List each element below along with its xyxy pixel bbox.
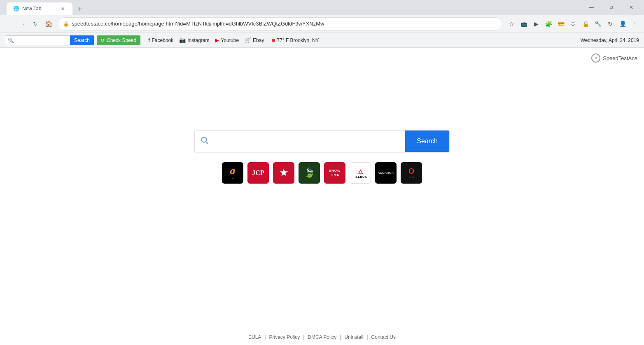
shortcut-showtime[interactable]: SHOWTIME [324, 162, 345, 184]
privacy-link[interactable]: Privacy Policy [269, 334, 300, 340]
refresh-button[interactable]: ↻ [30, 18, 41, 30]
shortcut-reebok[interactable]: △ REEBOK [350, 162, 371, 184]
ebay-label: Ebay [253, 37, 264, 43]
macys-star-icon: ★ [280, 168, 288, 178]
shortcuts-row: a ⌣ JCP ★ 🍃 SHOWTIME △ REEBOK [222, 162, 422, 184]
amazon-smile-icon: ⌣ [232, 176, 234, 180]
svg-line-1 [206, 142, 208, 144]
browser-toolbar: ← → ↻ 🏠 🔒 ☆ 📺 ▶ 🧩 💳 🛡 🔒 🔧 ↻ 👤 ⋮ [0, 15, 644, 33]
security-icon: 🔒 [63, 21, 69, 27]
tab-favicon: 🌐 [13, 6, 19, 12]
main-search-area: Search a ⌣ JCP ★ 🍃 SHOWTIME [194, 130, 450, 184]
forward-button[interactable]: → [16, 18, 28, 30]
youtube-label: Youtube [221, 37, 239, 43]
window-controls: — ⧉ ✕ [582, 1, 641, 14]
bookmark-search-button[interactable]: Search [70, 35, 94, 45]
search-icon: 🔍 [5, 37, 16, 43]
date-display: Wednesday, April 24, 2019 [581, 37, 639, 43]
shortcut-ancestry[interactable]: 🍃 [299, 162, 320, 184]
speedometer-icon: ⟳ [101, 37, 105, 43]
instagram-icon: 📷 [179, 37, 186, 43]
tab-bar: 🌐 New Tab ✕ + [3, 0, 86, 15]
profile-button[interactable]: 👤 [617, 18, 628, 30]
weather-text: 77° F Brooklyn, NY [277, 37, 319, 43]
dmca-link[interactable]: DMCA Policy [308, 334, 336, 340]
reebok-text: REEBOK [354, 175, 367, 178]
weather-dot-icon [272, 39, 275, 42]
extensions-button[interactable]: 🧩 [543, 18, 554, 30]
speedtest-brand: SpeedTestAce [603, 55, 637, 61]
browser-chrome: 🌐 New Tab ✕ + — ⧉ ✕ ← → ↻ 🏠 🔒 ☆ 📺 ▶ 🧩 💳 [0, 0, 644, 48]
speedtest-logo: ⟳ SpeedTestAce [591, 54, 637, 63]
ext2-button[interactable]: 🔧 [592, 18, 604, 30]
ebay-bookmark[interactable]: 🛒 Ebay [242, 35, 266, 45]
eula-link[interactable]: EULA [248, 334, 261, 340]
shortcut-amazon[interactable]: a ⌣ [222, 162, 243, 184]
address-bar[interactable]: 🔒 [58, 17, 502, 30]
facebook-bookmark[interactable]: f Facebook [146, 35, 176, 45]
footer-sep-2: | [303, 334, 304, 340]
page-content: ⟳ SpeedTestAce Search a ⌣ JCP [0, 48, 644, 345]
tab-title: New Tab [22, 6, 56, 12]
shortcut-overstock[interactable]: O .COM [401, 162, 422, 184]
main-search-input[interactable] [215, 131, 405, 152]
overstock-text: .COM [408, 176, 414, 179]
contact-link[interactable]: Contact Us [371, 334, 396, 340]
title-bar: 🌐 New Tab ✕ + — ⧉ ✕ [0, 0, 644, 15]
shortcut-samsung[interactable]: SAMSUNG [375, 162, 397, 184]
bookmarks-bar: 🔍 Search ⟳ Check Speed f Facebook 📷 Inst… [0, 33, 644, 48]
uninstall-link[interactable]: Uninstall [344, 334, 363, 340]
active-tab[interactable]: 🌐 New Tab ✕ [7, 2, 72, 15]
sync-button[interactable]: ↻ [604, 18, 616, 30]
instagram-bookmark[interactable]: 📷 Instagram [177, 35, 212, 45]
shortcut-jcpenney[interactable]: JCP [247, 162, 269, 184]
youtube-bookmark[interactable]: ▶ Youtube [212, 35, 241, 45]
amazon-icon: a [230, 166, 236, 176]
speedtest-icon: ⟳ [591, 54, 600, 63]
shield-button[interactable]: 🔒 [580, 18, 591, 30]
bookmark-search-input[interactable] [16, 37, 70, 43]
main-search-icon [195, 136, 215, 147]
restore-button[interactable]: ⧉ [602, 1, 621, 14]
shortcut-macys[interactable]: ★ [273, 162, 294, 184]
main-search-button[interactable]: Search [405, 131, 449, 152]
showtime-text: SHOWTIME [329, 169, 341, 177]
tab-close-button[interactable]: ✕ [59, 5, 66, 12]
jcp-text: JCP [252, 169, 264, 177]
check-speed-button[interactable]: ⟳ Check Speed [97, 35, 140, 45]
ebay-icon: 🛒 [245, 37, 251, 43]
wallet-button[interactable]: 💳 [555, 18, 567, 30]
overstock-o-icon: O [408, 167, 414, 176]
instagram-label: Instagram [187, 37, 209, 43]
home-button[interactable]: 🏠 [43, 18, 54, 30]
search-box-container: Search [194, 130, 450, 152]
separator-1 [143, 37, 143, 44]
bookmark-star-button[interactable]: ☆ [506, 18, 517, 30]
weather-widget: 77° F Brooklyn, NY [272, 37, 319, 43]
reebok-delta-icon: △ [358, 168, 363, 175]
samsung-text: SAMSUNG [378, 172, 394, 175]
play-button[interactable]: ▶ [530, 18, 542, 30]
chromecast-button[interactable]: 📺 [518, 18, 530, 30]
facebook-icon: f [148, 37, 150, 43]
address-input[interactable] [72, 21, 497, 27]
youtube-icon: ▶ [215, 37, 219, 43]
new-tab-button[interactable]: + [74, 3, 86, 15]
adblock-button[interactable]: 🛡 [567, 18, 579, 30]
close-button[interactable]: ✕ [622, 1, 641, 14]
facebook-label: Facebook [152, 37, 173, 43]
bookmark-search[interactable]: 🔍 Search [5, 35, 94, 45]
back-button[interactable]: ← [3, 18, 15, 30]
minimize-button[interactable]: — [582, 1, 601, 14]
page-footer: EULA | Privacy Policy | DMCA Policy | Un… [0, 334, 644, 340]
footer-sep-4: | [366, 334, 368, 340]
footer-sep-1: | [264, 334, 266, 340]
toolbar-right: ☆ 📺 ▶ 🧩 💳 🛡 🔒 🔧 ↻ 👤 ⋮ [506, 18, 641, 30]
ancestry-leaf-icon: 🍃 [304, 168, 315, 178]
separator-2 [269, 37, 269, 44]
menu-button[interactable]: ⋮ [629, 18, 641, 30]
footer-sep-3: | [340, 334, 341, 340]
